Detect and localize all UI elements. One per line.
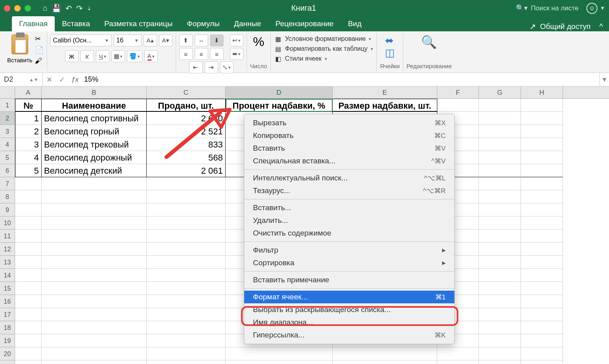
qat-customize-icon[interactable]: ⇣ (87, 5, 92, 11)
tab-page-layout[interactable]: Разметка страницы (97, 16, 180, 31)
cell[interactable] (479, 99, 521, 112)
align-left-button[interactable]: ≡ (179, 48, 193, 60)
col-header-F[interactable]: F (437, 86, 479, 98)
cell[interactable] (147, 347, 226, 360)
cell-styles-button[interactable]: ◧ Стили ячеек▾ (274, 54, 327, 63)
spreadsheet-grid[interactable]: A B C D E F G H 1№НаименованиеПродано, ш… (0, 86, 609, 364)
align-middle-button[interactable]: ↔ (195, 34, 208, 46)
orientation-button[interactable]: ⤡▾ (220, 61, 234, 73)
context-menu-item[interactable]: Формат ячеек...⌘1 (244, 291, 454, 303)
cell[interactable] (147, 269, 226, 282)
row-header-5[interactable]: 5 (0, 151, 15, 164)
row-header-11[interactable]: 11 (0, 230, 15, 243)
minimize-window-button[interactable] (14, 5, 21, 11)
cell[interactable]: 2 061 (147, 164, 226, 177)
bold-button[interactable]: Ж (65, 50, 79, 62)
cell[interactable]: Велосипед детский (42, 164, 147, 177)
context-menu-item[interactable]: Копировать⌘C (244, 129, 454, 142)
expand-formula-bar-button[interactable]: ▼ (599, 73, 609, 86)
cell[interactable] (479, 177, 521, 190)
cell[interactable] (521, 112, 563, 125)
cell[interactable] (42, 334, 147, 347)
row-header-15[interactable]: 15 (0, 282, 15, 295)
cell[interactable] (42, 230, 147, 243)
feedback-dropdown-icon[interactable]: ▼ (600, 5, 605, 11)
cell[interactable] (479, 282, 521, 295)
row-header-7[interactable]: 7 (0, 177, 15, 190)
cell[interactable] (42, 360, 147, 364)
cell[interactable]: Продано, шт. (147, 99, 226, 112)
col-header-B[interactable]: B (42, 86, 147, 98)
context-menu-item[interactable]: Вставить... (244, 201, 454, 214)
row-header-9[interactable]: 9 (0, 203, 15, 216)
cell[interactable] (521, 360, 563, 364)
cell[interactable] (147, 308, 226, 321)
cell[interactable] (521, 334, 563, 347)
decrease-indent-button[interactable]: ⇤ (189, 61, 203, 73)
cell[interactable] (15, 269, 42, 282)
font-color-button[interactable]: A▾ (144, 50, 158, 62)
cell[interactable] (479, 321, 521, 334)
context-menu-item[interactable]: Удалить... (244, 214, 454, 227)
cell[interactable] (521, 138, 563, 151)
cell[interactable]: 2 521 (147, 125, 226, 138)
cell[interactable] (147, 177, 226, 190)
cell[interactable]: Размер надбавки, шт. (333, 99, 437, 112)
row-header-16[interactable]: 16 (0, 295, 15, 308)
row-header-20[interactable]: 20 (0, 347, 15, 360)
context-menu-item[interactable]: Сортировка (244, 257, 454, 269)
context-menu-item[interactable]: Вставить⌘V (244, 142, 454, 155)
align-top-button[interactable]: ⬆ (179, 34, 193, 46)
cell[interactable] (521, 177, 563, 190)
cell[interactable] (147, 190, 226, 203)
cell[interactable] (42, 216, 147, 230)
context-menu-item[interactable]: Вставить примечание (244, 274, 454, 286)
cell[interactable] (333, 360, 437, 364)
context-menu-item[interactable]: Тезаурус...^⌥⌘R (244, 184, 454, 197)
cell[interactable] (437, 99, 479, 112)
cell[interactable] (42, 269, 147, 282)
col-header-G[interactable]: G (479, 86, 521, 98)
row-header-1[interactable]: 1 (0, 99, 15, 112)
cell[interactable] (521, 295, 563, 308)
feedback-icon[interactable]: ☺ (586, 3, 598, 14)
cell[interactable]: 2 670 (147, 112, 226, 125)
cell[interactable]: 568 (147, 151, 226, 164)
cell[interactable] (521, 151, 563, 164)
cell[interactable]: 4 (15, 151, 42, 164)
format-painter-icon[interactable]: 🖌 (35, 57, 44, 65)
cell[interactable]: Велосипед спортивный (42, 112, 147, 125)
tab-view[interactable]: Вид (341, 16, 368, 31)
row-header-13[interactable]: 13 (0, 256, 15, 269)
cell[interactable] (226, 360, 333, 364)
row-header-6[interactable]: 6 (0, 164, 15, 177)
col-header-H[interactable]: H (521, 86, 563, 98)
cell[interactable] (521, 321, 563, 334)
context-menu-item[interactable]: Имя диапазона... (244, 316, 454, 329)
save-icon[interactable]: 💾 (52, 4, 61, 13)
fx-icon[interactable]: ƒx (71, 76, 79, 84)
cell[interactable] (15, 256, 42, 269)
decrease-font-button[interactable]: A▾ (159, 34, 172, 46)
sheet-search[interactable]: 🔍▾ Поиск на листе (516, 4, 578, 12)
cell[interactable]: Процент надбавки, % (226, 99, 333, 112)
cell[interactable]: 5 (15, 164, 42, 177)
collapse-ribbon-icon[interactable]: ^ (599, 22, 603, 31)
context-menu-item[interactable]: Выбрать из раскрывающегося списка... (244, 303, 454, 316)
cell[interactable] (479, 203, 521, 216)
share-icon[interactable]: ↗ (529, 22, 536, 31)
row-header-10[interactable]: 10 (0, 216, 15, 230)
context-menu-item[interactable]: Специальная вставка...^⌘V (244, 155, 454, 167)
cell[interactable] (479, 256, 521, 269)
cell[interactable] (147, 243, 226, 256)
percent-icon[interactable]: % (253, 34, 264, 49)
cell[interactable] (479, 295, 521, 308)
context-menu-item[interactable]: Фильтр (244, 244, 454, 257)
cell[interactable] (521, 99, 563, 112)
cells-icon[interactable]: ⬌◫ (385, 34, 395, 59)
cell[interactable]: 3 (15, 138, 42, 151)
cell[interactable] (42, 177, 147, 190)
cell[interactable] (521, 216, 563, 230)
cell[interactable] (42, 321, 147, 334)
cell[interactable] (521, 308, 563, 321)
